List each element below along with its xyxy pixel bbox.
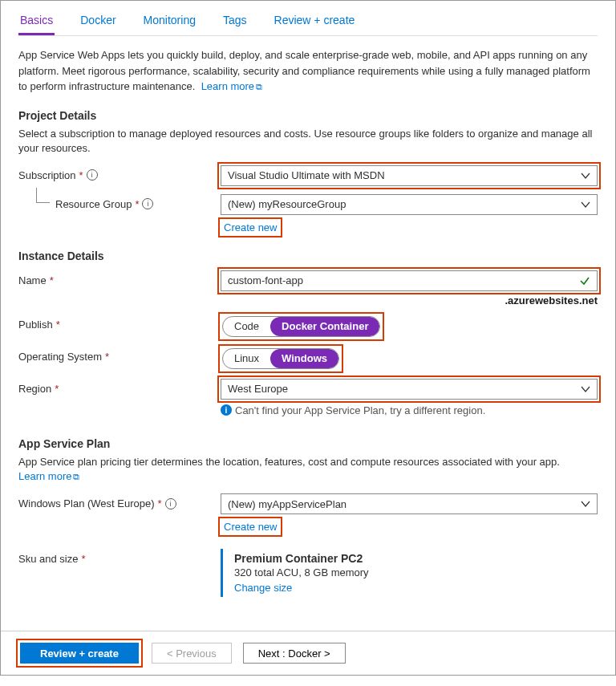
project-details-heading: Project Details [18, 109, 598, 122]
windows-plan-dropdown[interactable]: (New) myAppServicePlan [221, 493, 598, 514]
chevron-down-icon [581, 499, 590, 511]
sku-title: Premium Container PC2 [234, 552, 598, 565]
chevron-down-icon [581, 384, 590, 396]
tab-tags[interactable]: Tags [221, 9, 249, 35]
project-details-desc: Select a subscription to manage deployed… [18, 127, 598, 156]
name-label: Name* [18, 270, 221, 286]
tab-monitoring[interactable]: Monitoring [142, 9, 197, 35]
rg-create-new-link[interactable]: Create new [224, 221, 277, 233]
plan-learn-more-link[interactable]: Learn more⧉ [18, 470, 79, 482]
subscription-label: Subscription* i [18, 165, 221, 181]
external-link-icon: ⧉ [256, 82, 262, 91]
footer-bar: Review + create < Previous Next : Docker… [1, 631, 615, 675]
info-icon[interactable]: i [87, 169, 98, 181]
review-create-button[interactable]: Review + create [20, 643, 139, 664]
tab-docker[interactable]: Docker [79, 9, 117, 35]
publish-label: Publish* [18, 315, 221, 331]
external-link-icon: ⧉ [73, 472, 79, 481]
subscription-dropdown[interactable]: Visual Studio Ultimate with MSDN [221, 165, 598, 186]
instance-details-heading: Instance Details [18, 250, 598, 262]
change-size-link[interactable]: Change size [234, 582, 598, 594]
plan-create-new-link[interactable]: Create new [224, 521, 277, 533]
next-button[interactable]: Next : Docker > [243, 643, 346, 664]
publish-docker-option[interactable]: Docker Container [270, 317, 379, 336]
publish-code-option[interactable]: Code [223, 317, 270, 336]
app-service-plan-desc: App Service plan pricing tier determines… [18, 455, 598, 484]
intro-text: App Service Web Apps lets you quickly bu… [18, 47, 598, 95]
info-icon[interactable]: i [165, 498, 176, 509]
info-icon[interactable]: i [142, 198, 153, 209]
publish-toggle: Code Docker Container [222, 316, 380, 337]
sku-box: Premium Container PC2 320 total ACU, 8 G… [221, 549, 598, 597]
app-service-plan-heading: App Service Plan [18, 437, 598, 450]
resource-group-label: Resource Group* i [18, 194, 221, 210]
os-windows-option[interactable]: Windows [270, 349, 338, 368]
region-label: Region* [18, 379, 221, 395]
previous-button: < Previous [152, 643, 232, 664]
os-linux-option[interactable]: Linux [223, 349, 270, 368]
sku-sub: 320 total ACU, 8 GB memory [234, 566, 598, 578]
name-input[interactable]: custom-font-app [221, 270, 598, 291]
intro-learn-more-link[interactable]: Learn more⧉ [201, 80, 262, 92]
os-toggle: Linux Windows [222, 348, 339, 369]
region-hint: i Can't find your App Service Plan, try … [221, 404, 598, 416]
sku-label: Sku and size* [18, 549, 221, 565]
name-suffix: .azurewebsites.net [221, 294, 598, 306]
region-dropdown[interactable]: West Europe [221, 379, 598, 400]
resource-group-dropdown[interactable]: (New) myResourceGroup [221, 194, 598, 215]
chevron-down-icon [581, 200, 590, 212]
windows-plan-label: Windows Plan (West Europe)* i [18, 493, 221, 509]
chevron-down-icon [581, 171, 590, 183]
check-icon [579, 275, 590, 289]
os-label: Operating System* [18, 347, 221, 363]
info-blue-icon: i [221, 404, 232, 416]
tab-bar: Basics Docker Monitoring Tags Review + c… [18, 1, 598, 36]
tab-basics[interactable]: Basics [18, 9, 55, 35]
tab-review[interactable]: Review + create [273, 9, 357, 35]
